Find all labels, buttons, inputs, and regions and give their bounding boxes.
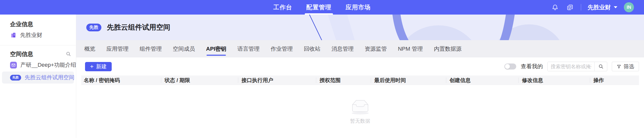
sidebar: 企业信息 先胜业财 空间信息 <box>0 15 76 138</box>
column-header-created: 创建信息 <box>446 76 518 85</box>
space-tabstrip: 概览 应用管理 组件管理 空间成员 API密钥 语言管理 作业管理 回收站 消息… <box>76 40 644 57</box>
tab-api-keys[interactable]: API密钥 <box>206 40 226 57</box>
tab-resource-monitor[interactable]: 资源监管 <box>365 40 387 57</box>
column-header-executor: 接口执行用户 <box>238 76 316 85</box>
table-header: 名称 / 密钥掩码 状态 / 期限 接口执行用户 授权范围 最后使用时间 创建信… <box>81 76 639 85</box>
tab-app-management[interactable]: 应用管理 <box>106 40 129 57</box>
tab-component-management[interactable]: 组件管理 <box>140 40 162 57</box>
sidebar-item-enterprise[interactable]: 先胜业财 <box>2 29 74 41</box>
top-nav-tabs: 工作台 配置管理 应用市场 <box>273 0 371 15</box>
space-badge: 先胜 <box>86 24 101 31</box>
sidebar-item-label: 先胜云组件试用空间 <box>25 74 74 81</box>
new-key-button[interactable]: + 新建 <box>85 62 112 71</box>
tab-job-management[interactable]: 作业管理 <box>271 40 293 57</box>
key-search-group <box>547 62 607 71</box>
column-header-last-used: 最后使用时间 <box>371 76 446 85</box>
sidebar-item-space-deep[interactable]: 产研__Deep+功能介绍 <box>2 59 74 71</box>
filter-button[interactable]: 筛选 <box>612 62 639 71</box>
toolbar: + 新建 查看我的 <box>81 57 639 76</box>
building-icon <box>10 32 17 38</box>
sidebar-item-label: 先胜业财 <box>20 31 42 39</box>
empty-state-text: 暂无数据 <box>350 118 370 124</box>
empty-tray-icon <box>349 97 371 115</box>
sidebar-item-space-trial[interactable]: 先胜 先胜云组件试用空间 <box>2 72 74 84</box>
space-search-icon[interactable] <box>65 50 72 57</box>
enterprise-section-header: 企业信息 <box>0 20 76 29</box>
plus-icon: + <box>90 63 94 70</box>
main-panel: 先胜 先胜云组件试用空间 概览 应用管理 组件管理 空间成员 API密钥 语言管… <box>76 15 644 138</box>
tab-recycle-bin[interactable]: 回收站 <box>304 40 320 57</box>
tab-npm-management[interactable]: NPM 管理 <box>398 40 423 57</box>
docs-icon[interactable] <box>566 3 574 12</box>
view-mine-label: 查看我的 <box>521 63 543 70</box>
page-title: 先胜云组件试用空间 <box>107 23 170 32</box>
nav-divider <box>581 4 581 11</box>
space-badge: 先胜 <box>10 75 21 81</box>
column-header-scope: 授权范围 <box>316 76 371 85</box>
banner-content: 先胜 先胜云组件试用空间 <box>76 23 170 32</box>
key-search-input[interactable] <box>548 62 594 71</box>
enterprise-section-title: 企业信息 <box>10 20 33 28</box>
space-badge-icon <box>10 62 17 68</box>
empty-state: 暂无数据 <box>81 85 639 138</box>
view-mine-toggle[interactable] <box>504 63 516 70</box>
top-navbar: 工作台 配置管理 应用市场 先胜业财 <box>0 0 644 15</box>
space-banner: 先胜 先胜云组件试用空间 <box>76 15 644 40</box>
app-body: 企业信息 先胜业财 空间信息 <box>0 15 644 138</box>
filter-button-label: 筛选 <box>624 63 634 70</box>
tab-message-management[interactable]: 消息管理 <box>332 40 354 57</box>
tab-builtin-datasource[interactable]: 内置数据源 <box>434 40 462 57</box>
search-button[interactable] <box>594 62 607 71</box>
top-nav-right: 先胜业财 IN <box>551 2 644 12</box>
column-header-modified: 修改信息 <box>518 76 590 85</box>
toggle-knob <box>505 64 510 69</box>
app-root: 工作台 配置管理 应用市场 先胜业财 <box>0 0 644 138</box>
org-switcher[interactable]: 先胜业财 <box>588 4 617 11</box>
notification-bell-icon[interactable] <box>551 3 559 12</box>
chevron-down-icon <box>614 6 617 8</box>
column-header-name-mask: 名称 / 密钥掩码 <box>81 76 161 85</box>
tab-language-management[interactable]: 语言管理 <box>237 40 260 57</box>
space-section-title: 空间信息 <box>10 50 33 58</box>
avatar[interactable]: IN <box>624 2 634 12</box>
org-name: 先胜业财 <box>588 4 611 11</box>
sidebar-item-label: 产研__Deep+功能介绍 <box>20 61 76 69</box>
sidebar-divider <box>0 45 76 45</box>
new-key-button-label: 新建 <box>96 63 107 70</box>
api-keys-content: + 新建 查看我的 <box>76 57 644 138</box>
nav-tab-workbench[interactable]: 工作台 <box>273 0 292 15</box>
nav-tab-app-market[interactable]: 应用市场 <box>346 0 371 15</box>
toolbar-right: 查看我的 <box>504 62 639 71</box>
column-header-actions: 操作 <box>590 76 639 85</box>
funnel-icon <box>617 64 621 69</box>
column-header-status-term: 状态 / 期限 <box>161 76 238 85</box>
tab-space-members[interactable]: 空间成员 <box>173 40 195 57</box>
tab-overview[interactable]: 概览 <box>84 40 95 57</box>
space-section-header: 空间信息 <box>0 49 76 58</box>
nav-tab-config-management[interactable]: 配置管理 <box>306 0 332 15</box>
